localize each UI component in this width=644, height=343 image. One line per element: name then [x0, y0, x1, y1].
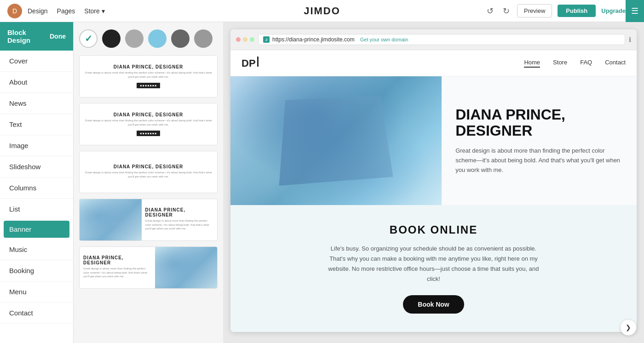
- sidebar-item-news[interactable]: News: [0, 93, 73, 114]
- hero-image: [230, 76, 442, 205]
- template-1-title: DIANA PRINCE, DESIGNER: [84, 64, 213, 69]
- sidebar-item-list[interactable]: List: [0, 199, 73, 220]
- nav-store[interactable]: Store ▾: [84, 7, 104, 15]
- app-logo: JIMDO: [304, 5, 340, 17]
- scroll-right-button[interactable]: ❯: [620, 319, 637, 336]
- template-5-title: DIANA PRINCE, DESIGNER: [83, 255, 151, 265]
- sidebar-item-slideshow[interactable]: Slideshow: [0, 156, 73, 177]
- template-1-button: ■ ■ ■ ■ ■ ■ ■: [137, 83, 160, 88]
- sidebar-item-booking[interactable]: Booking: [0, 260, 73, 281]
- browser-dot-red: [236, 37, 241, 42]
- sidebar-item-music[interactable]: Music: [0, 239, 73, 260]
- template-2-title: DIANA PRINCE, DESIGNER: [84, 112, 213, 117]
- template-4-title: DIANA PRINCE, DESIGNER: [145, 207, 213, 217]
- site-nav-links: Home Store FAQ Contact: [524, 59, 626, 68]
- browser-dot-green: [250, 37, 254, 42]
- middle-design-panel: ✓ DIANA PRINCE, DESIGNER Great design is…: [74, 22, 223, 343]
- undo-button[interactable]: ↺: [485, 4, 495, 18]
- template-3-subtitle: Great design is about more than finding …: [84, 171, 213, 178]
- site-nav-contact[interactable]: Contact: [605, 59, 626, 68]
- url-cta[interactable]: Get your own domain: [360, 37, 408, 42]
- sidebar-item-contact[interactable]: Contact: [0, 303, 73, 324]
- browser-window: J https://diana-prince.jimdosite.com Get…: [230, 29, 637, 332]
- top-navigation: D Design Pages Store ▾ JIMDO ↺ ↻ Preview…: [0, 0, 644, 22]
- block-design-header: Block Design Done: [0, 22, 73, 51]
- sidebar-item-menu[interactable]: Menu: [0, 281, 73, 303]
- website-preview-panel: J https://diana-prince.jimdosite.com Get…: [223, 22, 644, 343]
- nav-right-actions: ↺ ↻ Preview Publish Upgrade: [485, 4, 626, 18]
- block-design-title: Block Design: [7, 29, 50, 44]
- template-5-subtitle: Great design is about more than finding …: [83, 267, 151, 278]
- publish-button[interactable]: Publish: [558, 5, 596, 17]
- browser-url-bar[interactable]: J https://diana-prince.jimdosite.com Get…: [258, 34, 625, 45]
- book-description: Life's busy. So organizing your schedule…: [323, 244, 544, 284]
- template-2-subtitle: Great design is about more than finding …: [84, 119, 213, 126]
- nav-pages[interactable]: Pages: [57, 7, 75, 15]
- color-swatch-black[interactable]: [102, 29, 121, 48]
- template-5-content: DIANA PRINCE, DESIGNER Great design is a…: [80, 247, 155, 288]
- book-title: BOOK ONLINE: [244, 223, 623, 236]
- site-nav-store[interactable]: Store: [553, 59, 567, 68]
- template-2-button: ■ ■ ■ ■ ■ ■ ■: [137, 131, 160, 136]
- template-5-image: [155, 247, 217, 288]
- url-favicon: J: [263, 36, 270, 43]
- template-card-1[interactable]: DIANA PRINCE, DESIGNER Great design is a…: [79, 55, 218, 97]
- cursor-icon: [257, 57, 259, 67]
- template-4-subtitle: Great design is about more than finding …: [145, 219, 213, 230]
- chevron-down-icon: ▾: [102, 7, 105, 15]
- template-1-subtitle: Great design is about more than finding …: [84, 71, 213, 79]
- url-domain: diana-prince.jimdosite.com: [289, 36, 355, 43]
- book-online-section: BOOK ONLINE Life's busy. So organizing y…: [230, 205, 637, 332]
- site-navigation: DP Home Store FAQ Contact: [230, 50, 637, 76]
- color-swatch-medgray[interactable]: [194, 29, 213, 48]
- template-card-5[interactable]: DIANA PRINCE, DESIGNER Great design is a…: [79, 246, 218, 289]
- site-nav-faq[interactable]: FAQ: [580, 59, 592, 68]
- preview-button[interactable]: Preview: [517, 4, 552, 17]
- template-4-content: DIANA PRINCE, DESIGNER Great design is a…: [142, 199, 217, 240]
- sidebar-item-banner[interactable]: Banner: [4, 221, 69, 238]
- hamburger-menu-button[interactable]: ☰: [626, 0, 644, 22]
- nav-design[interactable]: Design: [28, 7, 48, 15]
- template-3-title: DIANA PRINCE, DESIGNER: [84, 164, 213, 169]
- color-swatch-darkgray[interactable]: [171, 29, 190, 48]
- hero-title: DIANA PRINCE, DESIGNER: [455, 107, 623, 139]
- nav-links: Design Pages Store ▾: [28, 7, 105, 15]
- browser-info-icon[interactable]: ℹ: [629, 36, 631, 43]
- site-logo: DP: [242, 57, 259, 69]
- url-text: https://diana-prince.jimdosite.com: [272, 36, 355, 43]
- color-swatch-row: ✓: [79, 29, 218, 48]
- template-4-image: [80, 199, 142, 240]
- avatar[interactable]: D: [7, 4, 22, 18]
- redo-button[interactable]: ↻: [501, 4, 512, 18]
- hero-description: Great design is about more than finding …: [455, 146, 623, 175]
- sidebar-item-about[interactable]: About: [0, 72, 73, 93]
- template-card-3[interactable]: DIANA PRINCE, DESIGNER Great design is a…: [79, 151, 218, 193]
- template-card-2[interactable]: DIANA PRINCE, DESIGNER Great design is a…: [79, 103, 218, 145]
- hero-content: DIANA PRINCE, DESIGNER Great design is a…: [442, 76, 637, 205]
- hero-section: DIANA PRINCE, DESIGNER Great design is a…: [230, 76, 637, 205]
- browser-dot-yellow: [243, 37, 247, 42]
- site-nav-home[interactable]: Home: [524, 59, 540, 68]
- sidebar-item-text[interactable]: Text: [0, 114, 73, 135]
- browser-chrome: J https://diana-prince.jimdosite.com Get…: [230, 29, 637, 50]
- left-sidebar: Block Design Done Cover About News Text …: [0, 22, 74, 343]
- color-swatch-lightblue[interactable]: [148, 29, 167, 48]
- sidebar-item-cover[interactable]: Cover: [0, 51, 73, 72]
- book-now-button[interactable]: Book Now: [403, 295, 464, 314]
- sidebar-item-columns[interactable]: Columns: [0, 177, 73, 199]
- main-layout: Block Design Done Cover About News Text …: [0, 22, 644, 343]
- color-swatch-gray[interactable]: [125, 29, 144, 48]
- block-design-done-button[interactable]: Done: [50, 33, 66, 40]
- color-swatch-white[interactable]: ✓: [79, 29, 98, 48]
- template-card-4[interactable]: DIANA PRINCE, DESIGNER Great design is a…: [79, 199, 218, 241]
- sidebar-item-image[interactable]: Image: [0, 135, 73, 156]
- upgrade-button[interactable]: Upgrade: [601, 7, 626, 14]
- browser-dots: [236, 37, 254, 42]
